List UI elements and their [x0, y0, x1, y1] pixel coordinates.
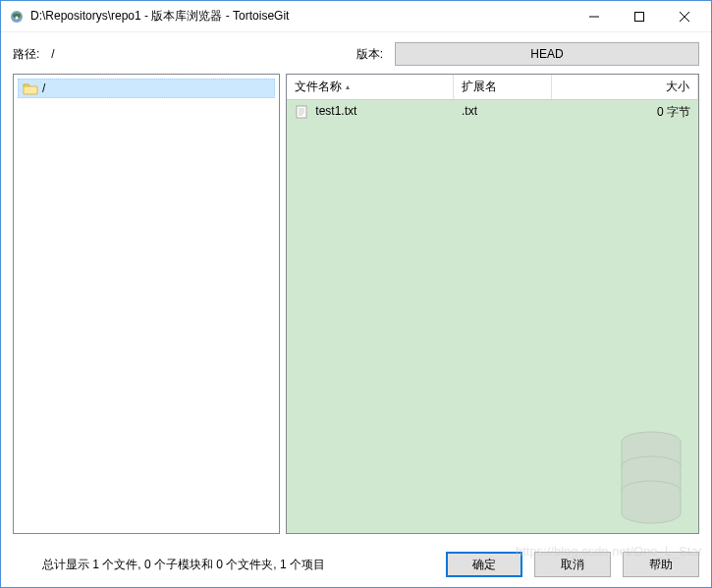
window-frame: D:\Repositorys\repo1 - 版本库浏览器 - Tortoise…: [0, 0, 712, 588]
cell-name: test1.txt: [287, 102, 454, 123]
list-item[interactable]: test1.txt .txt 0 字节: [287, 100, 698, 125]
list-header: 文件名称 ▴ 扩展名 大小: [287, 75, 698, 100]
tree-panel[interactable]: /: [13, 74, 280, 534]
close-button[interactable]: [662, 2, 707, 31]
footer: 总计显示 1 个文件, 0 个子模块和 0 个文件夹, 1 个项目 确定 取消 …: [1, 542, 711, 587]
app-icon: [9, 9, 25, 25]
list-body[interactable]: test1.txt .txt 0 字节: [287, 100, 698, 533]
column-header-name[interactable]: 文件名称 ▴: [287, 75, 454, 99]
maximize-button[interactable]: [617, 2, 662, 31]
window-controls: [572, 2, 707, 31]
cell-size: 0 字节: [552, 102, 698, 123]
sort-asc-icon: ▴: [346, 82, 350, 91]
head-button[interactable]: HEAD: [395, 42, 699, 66]
cancel-button[interactable]: 取消: [534, 552, 611, 577]
main-area: / 文件名称 ▴ 扩展名 大小: [1, 74, 711, 542]
svg-rect-7: [297, 106, 306, 118]
minimize-button[interactable]: [572, 2, 617, 31]
svg-rect-4: [635, 12, 644, 21]
column-size-label: 大小: [666, 79, 689, 95]
database-watermark-icon: [612, 427, 690, 525]
path-label: 路径:: [13, 46, 39, 63]
version-label: 版本:: [356, 46, 383, 63]
window-title: D:\Repositorys\repo1 - 版本库浏览器 - Tortoise…: [30, 8, 572, 25]
titlebar[interactable]: D:\Repositorys\repo1 - 版本库浏览器 - Tortoise…: [1, 1, 711, 32]
path-value: /: [47, 47, 348, 61]
file-name: test1.txt: [315, 104, 356, 118]
column-header-size[interactable]: 大小: [552, 75, 698, 99]
top-bar: 路径: / 版本: HEAD: [1, 32, 711, 74]
column-header-ext[interactable]: 扩展名: [454, 75, 552, 99]
svg-point-2: [16, 16, 19, 19]
tree-root-label: /: [42, 81, 45, 95]
help-button[interactable]: 帮助: [623, 552, 699, 577]
folder-icon: [23, 81, 38, 95]
file-icon: [295, 105, 308, 119]
status-text: 总计显示 1 个文件, 0 个子模块和 0 个文件夹, 1 个项目: [13, 557, 434, 573]
column-ext-label: 扩展名: [462, 79, 497, 95]
column-name-label: 文件名称: [295, 79, 342, 95]
file-list-panel: 文件名称 ▴ 扩展名 大小 test1.txt: [286, 74, 699, 534]
ok-button[interactable]: 确定: [446, 552, 522, 577]
cell-ext: .txt: [454, 102, 552, 123]
tree-root-item[interactable]: /: [18, 79, 275, 98]
